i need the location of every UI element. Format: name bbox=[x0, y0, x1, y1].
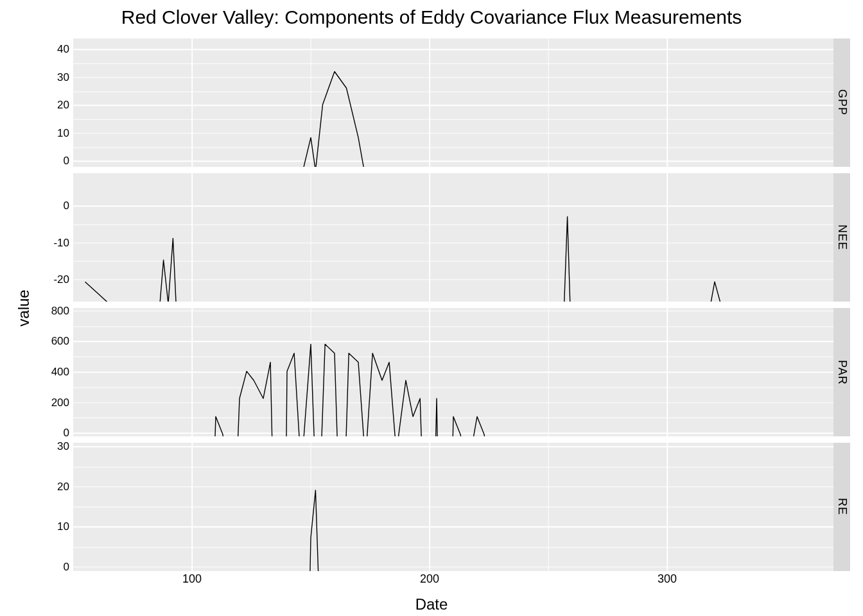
x-tick-label: 300 bbox=[658, 572, 677, 586]
y-tick-label: 0 bbox=[64, 200, 69, 212]
facet-strip: NEE bbox=[833, 173, 850, 302]
series-line bbox=[85, 490, 834, 571]
y-axis: 0200400600800 bbox=[45, 308, 73, 436]
facet-strip: RE bbox=[833, 443, 850, 571]
plot-area bbox=[73, 173, 833, 302]
y-tick-label: 10 bbox=[57, 127, 69, 140]
plot-area bbox=[73, 308, 833, 436]
series-line bbox=[85, 344, 834, 436]
series-line bbox=[85, 217, 834, 302]
y-tick-label: -10 bbox=[53, 237, 69, 250]
chart-title: Red Clover Valley: Components of Eddy Co… bbox=[0, 6, 863, 28]
plot-area bbox=[73, 443, 833, 571]
facet-re: 0102030RE bbox=[45, 443, 850, 571]
y-tick-label: 40 bbox=[57, 43, 69, 56]
facet-nee: -20-100NEE bbox=[45, 173, 850, 302]
y-tick-label: 0 bbox=[64, 155, 69, 167]
y-tick-label: -20 bbox=[53, 273, 69, 286]
y-tick-label: 20 bbox=[57, 481, 69, 493]
y-tick-label: 0 bbox=[64, 427, 69, 440]
y-tick-label: 200 bbox=[51, 397, 69, 409]
y-tick-label: 30 bbox=[57, 71, 69, 84]
x-axis: 100200300 bbox=[73, 571, 833, 588]
plot-area bbox=[73, 38, 833, 167]
y-tick-label: 20 bbox=[57, 99, 69, 112]
facet-strip-label: RE bbox=[835, 498, 849, 515]
y-tick-label: 30 bbox=[57, 440, 69, 453]
y-tick-label: 0 bbox=[64, 561, 69, 574]
chart: Red Clover Valley: Components of Eddy Co… bbox=[0, 0, 863, 616]
facet-strip: PAR bbox=[833, 308, 850, 436]
y-tick-label: 800 bbox=[51, 305, 69, 318]
facet-strip-label: PAR bbox=[835, 360, 849, 385]
facet-gpp: 010203040GPP bbox=[45, 38, 850, 167]
x-axis-label: Date bbox=[0, 595, 863, 613]
series-line bbox=[85, 71, 834, 167]
facet-par: 0200400600800PAR bbox=[45, 308, 850, 436]
y-axis: 0102030 bbox=[45, 443, 73, 571]
x-tick-label: 200 bbox=[420, 572, 439, 586]
y-tick-label: 400 bbox=[51, 366, 69, 379]
y-axis: -20-100 bbox=[45, 173, 73, 302]
y-axis-label: value bbox=[15, 289, 33, 326]
series-svg bbox=[73, 38, 833, 167]
facet-strip: GPP bbox=[833, 38, 850, 167]
facet-strip-label: NEE bbox=[835, 225, 849, 250]
series-svg bbox=[73, 173, 833, 302]
y-axis: 010203040 bbox=[45, 38, 73, 167]
facet-container: 010203040GPP-20-100NEE0200400600800PAR01… bbox=[45, 38, 850, 571]
y-tick-label: 600 bbox=[51, 335, 69, 348]
x-tick-label: 100 bbox=[182, 572, 202, 586]
facet-strip-label: GPP bbox=[835, 89, 849, 116]
series-svg bbox=[73, 443, 833, 571]
y-tick-label: 10 bbox=[57, 520, 69, 533]
series-svg bbox=[73, 308, 833, 436]
